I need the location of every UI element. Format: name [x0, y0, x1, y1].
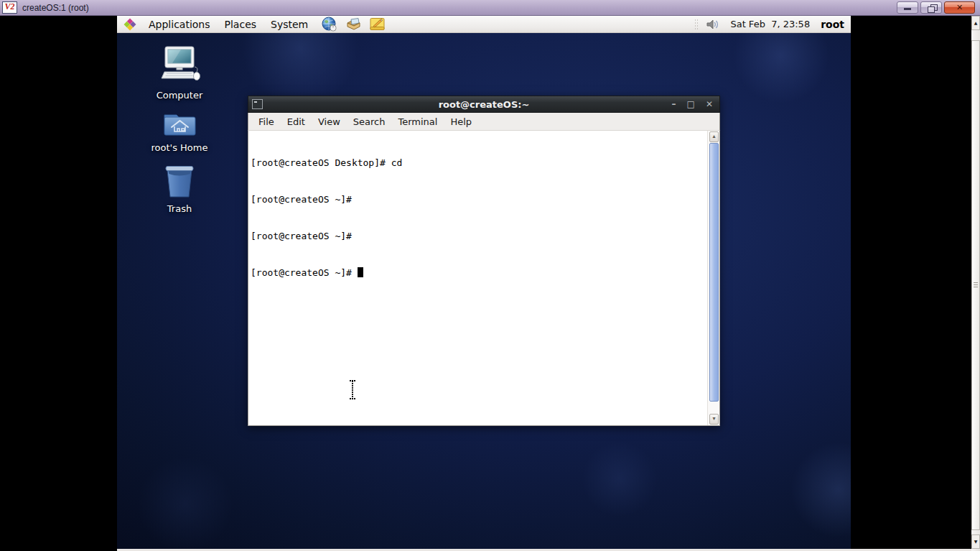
- terminal-scrollbar-thumb[interactable]: [709, 143, 719, 402]
- panel-launchers: [322, 17, 385, 32]
- terminal-text: [root@createOS Desktop]# cd [root@create…: [251, 132, 707, 303]
- gnome-panel: Applications Places System: [117, 16, 851, 33]
- terminal-minimize-button[interactable]: –: [672, 100, 676, 108]
- vnc-scroll-up-icon[interactable]: ▲: [971, 16, 980, 30]
- vnc-restore-button[interactable]: [920, 1, 942, 14]
- terminal-menu-file[interactable]: File: [252, 116, 281, 127]
- terminal-menubar: File Edit View Search Terminal Help: [248, 113, 720, 131]
- vnc-viewer-window: V2 createOS:1 (root) ✕ Applica: [0, 0, 980, 551]
- vnc-minimize-button[interactable]: [897, 1, 918, 14]
- vnc-window-controls: ✕: [897, 1, 975, 14]
- computer-icon: [157, 76, 202, 87]
- vnc-client-area: Applications Places System: [0, 16, 980, 551]
- vnc-close-button[interactable]: ✕: [944, 1, 975, 14]
- centos-logo-icon: [123, 18, 136, 31]
- volume-icon[interactable]: [706, 19, 720, 30]
- panel-grip-handle[interactable]: [694, 19, 699, 29]
- vnc-scrollbar[interactable]: ▲ ▼: [971, 16, 980, 551]
- terminal-block-cursor: [358, 267, 363, 277]
- terminal-title: root@createOS:~: [248, 99, 719, 110]
- terminal-output-area[interactable]: [root@createOS Desktop]# cd [root@create…: [248, 131, 720, 426]
- web-browser-icon[interactable]: [322, 17, 337, 32]
- text-editor-icon[interactable]: [370, 17, 385, 31]
- panel-status-area: Sat Feb 7, 23:58 root: [694, 19, 851, 30]
- terminal-line: [root@createOS ~]#: [251, 193, 707, 205]
- panel-menu-places[interactable]: Places: [218, 19, 264, 30]
- desktop-icon-label: Trash: [145, 203, 214, 214]
- terminal-menu-help[interactable]: Help: [444, 116, 478, 127]
- terminal-line: [root@createOS ~]#: [251, 230, 707, 242]
- trash-can-icon: [162, 190, 197, 200]
- terminal-close-button[interactable]: ✕: [706, 100, 713, 108]
- vnc-logo-text: V2: [4, 1, 14, 11]
- panel-clock[interactable]: Sat Feb 7, 23:58: [730, 19, 810, 29]
- terminal-scroll-up-icon[interactable]: ▴: [709, 131, 719, 142]
- terminal-line: [root@createOS Desktop]# cd: [251, 157, 707, 169]
- terminal-scroll-down-icon[interactable]: ▾: [709, 414, 719, 425]
- terminal-prompt: [root@createOS ~]#: [251, 267, 358, 278]
- vnc-scrollbar-thumb[interactable]: [971, 40, 980, 530]
- terminal-titlebar[interactable]: root@createOS:~ – □ ✕: [248, 96, 720, 113]
- vnc-logo-icon: V2: [2, 1, 17, 14]
- text-ibeam-cursor: [347, 379, 358, 400]
- desktop-icon-computer[interactable]: Computer: [145, 46, 214, 101]
- home-folder-icon: [159, 129, 200, 139]
- desktop-icon-label: root's Home: [145, 142, 214, 153]
- remote-desktop[interactable]: Applications Places System: [117, 16, 851, 549]
- terminal-maximize-button[interactable]: □: [687, 100, 695, 108]
- panel-menu-system[interactable]: System: [263, 19, 315, 30]
- desktop-icon-label: Computer: [145, 90, 214, 101]
- vnc-titlebar[interactable]: V2 createOS:1 (root) ✕: [0, 0, 980, 16]
- terminal-prompt-line: [root@createOS ~]#: [251, 267, 707, 279]
- desktop-icon-trash[interactable]: Trash: [145, 164, 214, 214]
- panel-user-label[interactable]: root: [821, 19, 844, 30]
- terminal-menu-terminal[interactable]: Terminal: [391, 116, 444, 127]
- panel-menu-applications[interactable]: Applications: [141, 19, 218, 30]
- vnc-scroll-down-icon[interactable]: ▼: [971, 534, 980, 549]
- vnc-window-title: createOS:1 (root): [22, 3, 89, 13]
- terminal-menu-edit[interactable]: Edit: [281, 116, 312, 127]
- terminal-window: root@createOS:~ – □ ✕ File Edit View Sea…: [248, 96, 720, 426]
- desktop-icon-home[interactable]: root's Home: [145, 110, 214, 153]
- email-client-icon[interactable]: [345, 17, 362, 31]
- terminal-menu-search[interactable]: Search: [347, 116, 392, 127]
- terminal-window-controls: – □ ✕: [672, 96, 713, 112]
- terminal-scrollbar[interactable]: ▴ ▾: [707, 131, 719, 425]
- terminal-menu-view[interactable]: View: [312, 116, 347, 127]
